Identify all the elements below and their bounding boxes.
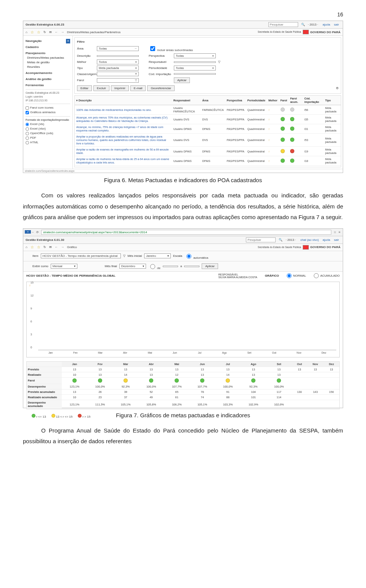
mail-icon[interactable]: ✉ [49, 245, 52, 249]
fwd-icon[interactable]: → [61, 245, 64, 249]
input-scale-from[interactable] [163, 266, 178, 267]
col-header[interactable]: Farol [279, 96, 289, 105]
sidebar-item-acompanhamento[interactable]: Acompanhamento [26, 71, 70, 75]
chat-link[interactable]: chat (ao vivo) [300, 238, 319, 242]
refresh-icon[interactable]: ↻ [43, 245, 46, 249]
col-header[interactable]: Farol acum. [289, 96, 303, 105]
logout-link[interactable]: sair [334, 23, 339, 26]
radio-label: automática [193, 256, 208, 260]
col-header[interactable]: ▾ Descrição [75, 96, 172, 105]
home-icon[interactable]: ⌂ [26, 30, 27, 34]
fwd-icon[interactable]: → [61, 30, 64, 34]
rad-pdf[interactable] [26, 136, 29, 140]
table-row[interactable]: Ampliar a razão de mulheres na faixa etá… [75, 156, 341, 166]
menu-icon[interactable]: ≡ [339, 231, 340, 234]
chk-incluir-sub[interactable] [150, 46, 155, 51]
sidebar-sub-reunioes[interactable]: Reuniões [27, 65, 70, 69]
search-input[interactable] [268, 22, 298, 27]
refresh-icon[interactable]: ↻ [43, 30, 46, 34]
georef-button[interactable]: Georeferenciar [147, 85, 174, 91]
rad-ods[interactable] [26, 132, 29, 135]
filter-icon[interactable]: ▽ [218, 60, 223, 64]
home-icon[interactable]: ⌂ [26, 245, 27, 249]
select-exibir[interactable]: Mensal▾ [51, 264, 77, 269]
table-row: Desempenho123,1%100,0%92,3%100,0%107,7%1… [27, 384, 339, 389]
select-tipo[interactable]: Meta pactuada▾ [97, 66, 139, 70]
search-icon[interactable]: 🔍 [301, 23, 305, 26]
col-header[interactable]: Cód. importação [303, 96, 323, 105]
input-descricao[interactable] [97, 55, 139, 57]
rad-xls[interactable] [26, 123, 29, 126]
rad-xlsx[interactable] [26, 127, 29, 131]
sidebar-sub-metas-gestao[interactable]: Metas de gestão [27, 60, 70, 65]
back-icon[interactable]: ← [55, 245, 58, 249]
select-mes-inicial[interactable]: Janeiro▾ [144, 253, 171, 258]
gear-icon[interactable]: ⚙ [336, 87, 339, 90]
paragraph-1: Com os valores realizados lançados pelos… [23, 190, 343, 223]
col-header[interactable]: Melhor [267, 96, 279, 105]
expand-toggle[interactable]: + [25, 230, 31, 234]
rad-html[interactable] [26, 141, 29, 144]
collapse-toggle[interactable]: + [66, 39, 70, 43]
table-row[interactable]: Alcançar, em pelo menos 70% dos municípi… [75, 115, 341, 124]
delete-button[interactable]: Excluir [93, 85, 109, 91]
select-classe[interactable]: ▾ [97, 72, 139, 76]
select-perspectiva[interactable]: Todas▾ [174, 53, 216, 58]
select-mes-final[interactable]: Dezembro▾ [119, 264, 146, 269]
table-row[interactable]: Alcançar, no mínimo, 75% de crianças ind… [75, 124, 341, 134]
col-header[interactable]: Responsável [172, 96, 201, 105]
select-farol[interactable]: ▽ [97, 78, 139, 83]
table-header: ▾ DescriçãoResponsávelÁreaPerspectivaPer… [75, 96, 341, 105]
browser-bar: ← → ⟳ stratecbr.com/sespa/xsframesetprin… [23, 229, 343, 236]
select-item[interactable]: HCGV GESTÃO - Tempo médio de permanência… [41, 253, 121, 258]
rad-normal[interactable] [287, 273, 292, 278]
table-row[interactable]: 100% das indústrias de medicamentos insp… [75, 105, 341, 115]
chk-graficos-animados[interactable] [26, 111, 29, 114]
col-header[interactable]: Área [201, 96, 225, 105]
star-icon[interactable]: ☆ [30, 30, 34, 34]
select-melhor[interactable]: Todos▾ [97, 59, 139, 64]
apply-button[interactable]: Aplicar [174, 77, 190, 83]
star-icon[interactable]: ☆ [37, 245, 40, 249]
year-selector[interactable]: · 2013 · [286, 238, 296, 242]
reload-icon[interactable]: ⟳ [36, 231, 39, 234]
address-bar[interactable]: stratecbr.com/sespa/xsframesetprincipal.… [41, 230, 331, 235]
apply-button[interactable]: Aplicar [202, 263, 218, 269]
rad-auto[interactable] [186, 254, 191, 259]
col-header[interactable]: Perspectiva [225, 96, 246, 105]
chk-farol-icones[interactable] [26, 106, 29, 110]
input-responsavel[interactable] [174, 61, 216, 63]
star-icon[interactable]: ☆ [30, 245, 34, 249]
col-header[interactable]: Periodicidade [246, 96, 267, 105]
sidebar-item-ferramentas[interactable]: Ferramentas [26, 83, 70, 88]
help-link[interactable]: ajuda [323, 23, 330, 26]
sidebar-item-planejamento[interactable]: Planejamento [26, 51, 70, 56]
logout-link[interactable]: sair [334, 238, 339, 242]
table-row[interactable]: Ampliar o número de municípios com casos… [75, 166, 341, 168]
edit-button[interactable]: Editar [77, 85, 92, 91]
sidebar-item-analise[interactable]: Análise da gestão [26, 77, 70, 82]
col-header[interactable]: Tipo [324, 96, 341, 105]
bookmark-icon[interactable]: ☆ [334, 231, 336, 234]
figure6-caption: Figura 6. Metas Pactuadas e indicadores … [23, 177, 343, 183]
rad-manual[interactable] [150, 264, 155, 269]
search-input[interactable] [246, 237, 276, 242]
sidebar-item-cadastro[interactable]: Cadastro [26, 45, 70, 50]
back-icon[interactable]: ← [55, 30, 58, 34]
select-area[interactable]: Todas··· [97, 46, 139, 51]
table-row[interactable]: Ampliar a razão de exames de mamografia … [75, 147, 341, 156]
print-button[interactable]: Imprimir [111, 85, 129, 91]
help-link[interactable]: ajuda [323, 238, 330, 242]
rad-acumulado[interactable] [314, 273, 319, 278]
email-button[interactable]: E-mail [130, 85, 146, 91]
search-icon[interactable]: 🔍 [279, 238, 283, 242]
mail-icon[interactable]: ✉ [49, 30, 52, 34]
table-row[interactable]: Ampliar a proporção de análises realizad… [75, 134, 341, 147]
select-periodicidade[interactable]: Todas▾ [174, 66, 216, 70]
input-codimport[interactable] [174, 73, 216, 75]
filter-icon[interactable]: ▽ [123, 254, 125, 258]
star-icon[interactable]: ☆ [37, 30, 40, 34]
year-selector[interactable]: · 2013 · [308, 23, 318, 26]
input-scale-to[interactable] [184, 266, 199, 267]
sidebar-sub-diretrizes[interactable]: Diretrizes/Metas pactuadas [27, 56, 70, 60]
